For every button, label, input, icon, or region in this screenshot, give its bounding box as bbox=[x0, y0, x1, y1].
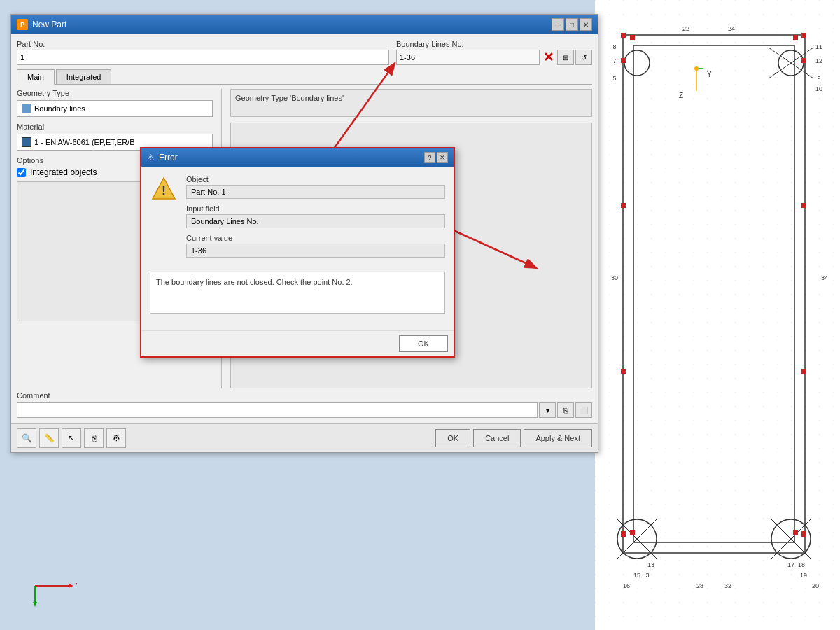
comment-section: Comment ▾ ⎘ ⬜ bbox=[17, 391, 592, 418]
svg-rect-17 bbox=[621, 203, 626, 208]
svg-rect-23 bbox=[621, 58, 626, 63]
current-value-label: Current value bbox=[186, 234, 445, 242]
search-tool-btn[interactable]: 🔍 bbox=[17, 428, 36, 448]
svg-text:9: 9 bbox=[817, 75, 820, 82]
current-value-display: 1-36 bbox=[186, 244, 445, 258]
svg-text:12: 12 bbox=[816, 57, 822, 64]
warning-icon-container: ! bbox=[150, 175, 178, 205]
boundary-input-row: ✕ ⊞ ↺ bbox=[396, 50, 592, 65]
current-value-group: Current value 1-36 bbox=[186, 234, 445, 258]
svg-rect-19 bbox=[621, 369, 626, 374]
error-icon: ⚠ bbox=[147, 153, 155, 162]
object-field-group: Object Part No. 1 bbox=[186, 175, 445, 199]
svg-rect-28 bbox=[793, 530, 798, 535]
material-label: Material bbox=[17, 122, 213, 131]
cursor-tool-btn[interactable]: ↖ bbox=[62, 428, 81, 448]
svg-rect-24 bbox=[802, 58, 806, 63]
error-indicator: ✕ bbox=[543, 50, 554, 65]
part-no-label: Part No. bbox=[17, 40, 389, 48]
minimize-button[interactable]: ─ bbox=[552, 18, 564, 31]
part-no-input[interactable] bbox=[17, 50, 389, 65]
error-dialog: ⚠ Error ? ✕ ! Object Part No. 1 bbox=[140, 147, 455, 358]
input-field-value: Boundary Lines No. bbox=[186, 214, 445, 228]
svg-text:3: 3 bbox=[645, 572, 649, 579]
error-fields: Object Part No. 1 Input field Boundary L… bbox=[186, 175, 445, 263]
ruler-tool-btn[interactable]: 📏 bbox=[39, 428, 59, 448]
material-section: Material 1 - EN AW-6061 (EP,ET,ER/B bbox=[17, 122, 213, 150]
geometry-type-info: Geometry Type 'Boundary lines' bbox=[230, 89, 592, 117]
svg-text:Y: Y bbox=[76, 582, 77, 590]
input-field-label: Input field bbox=[186, 204, 445, 213]
svg-point-46 bbox=[694, 66, 699, 71]
svg-text:24: 24 bbox=[728, 25, 735, 32]
svg-text:20: 20 bbox=[812, 582, 819, 589]
error-title-area: ⚠ Error bbox=[147, 153, 178, 162]
cancel-button[interactable]: Cancel bbox=[473, 429, 521, 447]
svg-text:34: 34 bbox=[821, 274, 828, 281]
svg-text:15: 15 bbox=[634, 572, 640, 579]
comment-copy-btn[interactable]: ⎘ bbox=[557, 402, 574, 418]
main-dialog-titlebar: P New Part ─ □ ✕ bbox=[11, 15, 598, 34]
svg-rect-27 bbox=[630, 530, 635, 535]
svg-rect-15 bbox=[621, 33, 626, 38]
titlebar-title-area: P New Part bbox=[17, 19, 66, 30]
svg-text:Y: Y bbox=[707, 71, 712, 78]
boundary-section: Boundary Lines No. ✕ ⊞ ↺ bbox=[396, 40, 592, 65]
svg-text:5: 5 bbox=[612, 75, 616, 82]
error-help-btn[interactable]: ? bbox=[424, 152, 435, 163]
svg-text:17: 17 bbox=[788, 561, 794, 568]
svg-text:32: 32 bbox=[724, 582, 732, 589]
error-ok-button[interactable]: OK bbox=[399, 335, 448, 352]
close-button[interactable]: ✕ bbox=[580, 18, 592, 31]
svg-text:22: 22 bbox=[682, 25, 690, 32]
settings-tool-btn[interactable]: ⚙ bbox=[106, 428, 126, 448]
copy-tool-btn[interactable]: ⎘ bbox=[84, 428, 104, 448]
comment-expand-btn[interactable]: ⬜ bbox=[575, 402, 592, 418]
material-color bbox=[22, 137, 31, 147]
svg-marker-63 bbox=[69, 584, 74, 588]
integrated-objects-label: Integrated objects bbox=[30, 167, 97, 177]
comment-input-row: ▾ ⎘ ⬜ bbox=[17, 402, 592, 418]
svg-text:Z: Z bbox=[679, 92, 683, 99]
geometry-type-value-box: Boundary lines bbox=[17, 100, 213, 117]
ok-button[interactable]: OK bbox=[435, 429, 470, 447]
titlebar-buttons: ─ □ ✕ bbox=[552, 18, 592, 31]
part-no-section: Part No. bbox=[17, 40, 389, 65]
svg-text:13: 13 bbox=[648, 561, 654, 568]
svg-text:28: 28 bbox=[696, 582, 704, 589]
error-titlebar: ⚠ Error ? ✕ bbox=[141, 148, 454, 167]
comment-input[interactable] bbox=[17, 402, 538, 418]
error-top-row: ! Object Part No. 1 Input field Boundary… bbox=[150, 175, 445, 263]
svg-text:!: ! bbox=[162, 183, 166, 197]
svg-text:11: 11 bbox=[816, 43, 822, 50]
geometry-type-color bbox=[22, 104, 31, 113]
svg-rect-26 bbox=[802, 531, 806, 536]
svg-text:10: 10 bbox=[816, 85, 822, 92]
boundary-lines-input[interactable] bbox=[396, 50, 540, 65]
svg-text:18: 18 bbox=[798, 561, 805, 568]
tab-main[interactable]: Main bbox=[17, 69, 55, 85]
svg-rect-18 bbox=[802, 203, 806, 208]
comment-dropdown-btn[interactable]: ▾ bbox=[539, 402, 556, 418]
svg-marker-66 bbox=[33, 602, 37, 607]
svg-text:19: 19 bbox=[800, 572, 807, 579]
boundary-undo-btn[interactable]: ↺ bbox=[575, 50, 592, 65]
svg-rect-30 bbox=[793, 35, 798, 40]
svg-rect-20 bbox=[802, 369, 806, 374]
input-field-group: Input field Boundary Lines No. bbox=[186, 204, 445, 228]
error-body: ! Object Part No. 1 Input field Boundary… bbox=[141, 167, 454, 330]
svg-text:30: 30 bbox=[611, 274, 618, 281]
dialog-title: New Part bbox=[32, 20, 66, 29]
error-close-btn[interactable]: ✕ bbox=[437, 152, 448, 163]
integrated-objects-checkbox[interactable] bbox=[17, 168, 26, 177]
dialog-toolbar: 🔍 📏 ↖ ⎘ ⚙ OK Cancel Apply & Next bbox=[11, 424, 598, 452]
tab-integrated[interactable]: Integrated bbox=[56, 69, 112, 84]
svg-text:7: 7 bbox=[612, 57, 616, 64]
boundary-select-btn[interactable]: ⊞ bbox=[557, 50, 574, 65]
apply-next-button[interactable]: Apply & Next bbox=[524, 429, 592, 447]
error-footer: OK bbox=[141, 330, 454, 356]
svg-text:8: 8 bbox=[612, 43, 616, 50]
canvas-area: 22 24 8 7 5 11 12 9 10 34 30 Y Z 13 15 3… bbox=[595, 0, 840, 630]
tabs-row: Main Integrated bbox=[17, 69, 592, 85]
maximize-button[interactable]: □ bbox=[566, 18, 578, 31]
